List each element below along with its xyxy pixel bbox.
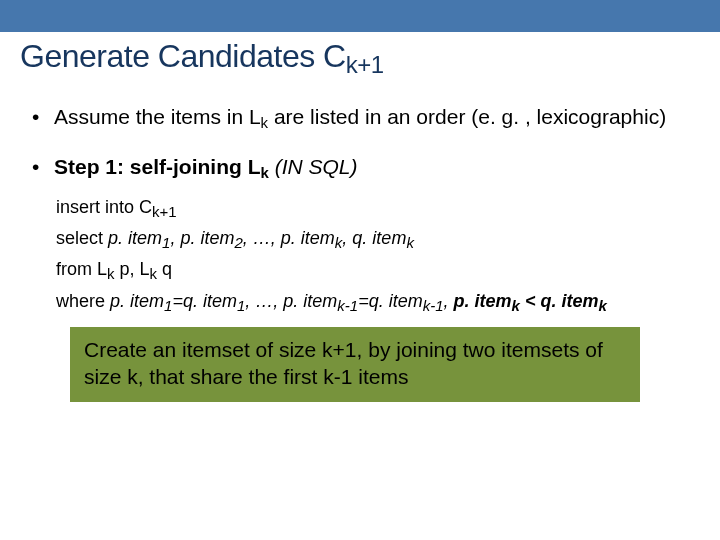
title-sub: k+1 <box>346 51 384 78</box>
bullet-list: Assume the items in Lk are listed in an … <box>28 103 692 182</box>
bullet1-sub: k <box>261 114 269 131</box>
callout-text: Create an itemset of size k+1, by joinin… <box>84 338 603 387</box>
sql-from: from Lk p, Lk q <box>56 258 692 281</box>
step1-sub: k <box>261 164 269 181</box>
sql-insert-pre: insert into C <box>56 197 152 217</box>
step1-pre: Step 1: self-joining L <box>54 155 261 178</box>
top-bar <box>0 0 720 32</box>
sql-where-bold: p. itemk < q. itemk <box>454 291 607 311</box>
sql-select: select p. item1, p. item2, …, p. itemk, … <box>56 227 692 250</box>
sql-insert-sub: k+1 <box>152 203 177 220</box>
bullet-step1: Step 1: self-joining Lk (IN SQL) <box>28 153 692 181</box>
sql-block: insert into Ck+1 select p. item1, p. ite… <box>56 196 692 314</box>
title-main: Generate Candidates C <box>20 38 346 74</box>
bullet1-pre: Assume the items in L <box>54 105 261 128</box>
bullet1-post: are listed in an order (e. g. , lexicogr… <box>268 105 666 128</box>
slide-content: Generate Candidates Ck+1 Assume the item… <box>0 32 720 402</box>
callout-box: Create an itemset of size k+1, by joinin… <box>70 327 640 402</box>
sql-insert: insert into Ck+1 <box>56 196 692 219</box>
step1-paren: (IN SQL) <box>269 155 358 178</box>
sql-select-pre: select <box>56 228 108 248</box>
bullet-assume: Assume the items in Lk are listed in an … <box>28 103 692 131</box>
step1-label: Step 1: self-joining Lk <box>54 155 269 178</box>
sql-where: where p. item1=q. item1, …, p. itemk-1=q… <box>56 290 692 313</box>
slide-title: Generate Candidates Ck+1 <box>20 38 692 75</box>
